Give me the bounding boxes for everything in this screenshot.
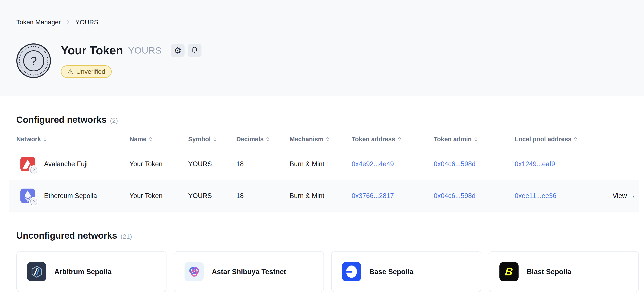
base-network-icon (342, 262, 361, 281)
network-card-blast-sepolia[interactable]: B Blast Sepolia (489, 251, 639, 292)
network-name: Ethereum Sepolia (44, 192, 97, 200)
token-symbol: YOURS (128, 45, 161, 56)
cell-symbol: YOURS (188, 192, 236, 200)
local-pool-address-link[interactable]: 0x1249...eaf9 (515, 160, 555, 168)
token-admin-link[interactable]: 0x04c6...598d (434, 160, 476, 168)
sort-icon (213, 137, 217, 142)
network-card-arbitrum-sepolia[interactable]: Arbitrum Sepolia (16, 251, 166, 292)
network-card-label: Astar Shibuya Testnet (212, 268, 286, 276)
column-header-name[interactable]: Name (130, 136, 188, 143)
sort-icon (326, 137, 330, 142)
unconfigured-networks-grid: Arbitrum Sepolia Astar Shibuya Testnet B… (16, 251, 639, 292)
configured-networks-title: Configured networks (16, 115, 106, 125)
sort-icon (149, 137, 153, 142)
column-header-decimals[interactable]: Decimals (236, 136, 290, 143)
unconfigured-networks-heading: Unconfigured networks (21) (16, 230, 639, 241)
table-row-ethereum-sepolia[interactable]: ? Ethereum Sepolia Your Token YOURS 18 B… (8, 180, 639, 212)
local-pool-address-link[interactable]: 0xee11...ee36 (515, 192, 556, 199)
chevron-right-icon (65, 19, 71, 25)
bell-icon (190, 46, 199, 55)
token-admin-link[interactable]: 0x04c6...598d (434, 192, 476, 199)
badge-label: Unverified (76, 68, 105, 75)
table-header-row: Network Name Symbol Decimals Mechanism T… (8, 136, 639, 148)
cell-decimals: 18 (236, 160, 290, 168)
cell-mechanism: Burn & Mint (290, 160, 352, 168)
cell-decimals: 18 (236, 192, 290, 200)
notifications-button[interactable] (188, 44, 202, 57)
table-row-avalanche-fuji[interactable]: ? Avalanche Fuji Your Token YOURS 18 Bur… (8, 148, 639, 180)
sort-icon (574, 137, 578, 142)
cell-mechanism: Burn & Mint (290, 192, 352, 200)
unknown-token-coin-icon: ? (30, 198, 38, 205)
network-name: Avalanche Fuji (44, 160, 88, 168)
main-content: Configured networks (2) Network Name Sym… (0, 115, 644, 292)
network-card-base-sepolia[interactable]: Base Sepolia (331, 251, 482, 292)
cell-network: ? Ethereum Sepolia (16, 189, 130, 203)
sort-icon (266, 137, 270, 142)
network-card-label: Arbitrum Sepolia (54, 268, 112, 276)
token-address-link[interactable]: 0x4e92...4e49 (352, 160, 394, 168)
network-card-label: Base Sepolia (369, 268, 413, 276)
unconfigured-networks-title: Unconfigured networks (16, 230, 117, 241)
ethereum-network-icon: ? (20, 189, 35, 203)
token-avatar: ? (16, 44, 51, 78)
column-header-network[interactable]: Network (16, 136, 130, 143)
breadcrumb-token-manager[interactable]: Token Manager (16, 19, 61, 26)
breadcrumb: Token Manager YOURS (16, 19, 628, 26)
cell-symbol: YOURS (188, 160, 236, 168)
column-header-mechanism[interactable]: Mechanism (290, 136, 352, 143)
column-header-token-admin[interactable]: Token admin (434, 136, 515, 143)
cell-network: ? Avalanche Fuji (16, 157, 130, 171)
avatar-dotted-ring (19, 46, 48, 76)
network-card-astar-shibuya-testnet[interactable]: Astar Shibuya Testnet (174, 251, 324, 292)
view-link[interactable]: View → (607, 192, 636, 200)
sort-icon (43, 137, 47, 142)
configured-networks-heading: Configured networks (2) (16, 115, 639, 125)
sort-icon (474, 137, 478, 142)
column-header-token-address[interactable]: Token address (352, 136, 434, 143)
configured-networks-table: Network Name Symbol Decimals Mechanism T… (8, 136, 639, 212)
warning-icon: ⚠ (67, 68, 73, 75)
cell-name: Your Token (130, 192, 188, 200)
network-card-label: Blast Sepolia (527, 268, 571, 276)
gear-icon: ⚙ (174, 46, 182, 55)
configured-networks-count: (2) (110, 117, 118, 124)
unknown-token-coin-icon: ? (30, 166, 38, 174)
token-address-link[interactable]: 0x3766...2817 (352, 192, 394, 199)
token-summary: ? Your Token YOURS ⚙ ⚠ Unverified (16, 44, 628, 78)
sort-icon (398, 137, 402, 142)
column-header-symbol[interactable]: Symbol (188, 136, 236, 143)
avalanche-network-icon: ? (20, 157, 35, 171)
blast-b-glyph: B (504, 266, 514, 277)
settings-button[interactable]: ⚙ (171, 44, 184, 57)
unconfigured-networks-count: (21) (120, 233, 132, 240)
arbitrum-network-icon (27, 262, 46, 281)
cell-name: Your Token (130, 160, 188, 168)
unverified-badge: ⚠ Unverified (61, 65, 112, 78)
page-title: Your Token (61, 44, 123, 57)
column-header-local-pool-address[interactable]: Local pool address (515, 136, 607, 143)
blast-network-icon: B (500, 262, 518, 281)
astar-network-icon (184, 262, 204, 281)
token-header-section: Token Manager YOURS ? Your Token YOURS ⚙ (0, 0, 644, 96)
breadcrumb-current: YOURS (76, 19, 98, 26)
